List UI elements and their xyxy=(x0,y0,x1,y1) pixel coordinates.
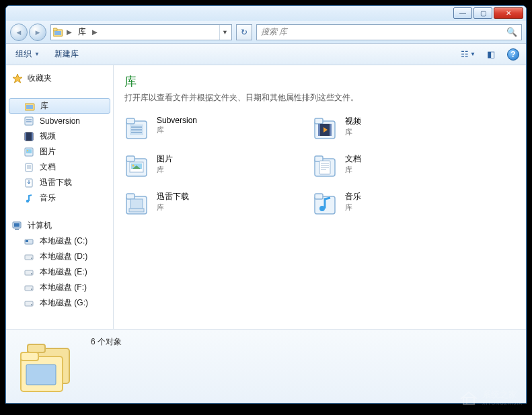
view-options-button[interactable]: ☷▼ xyxy=(461,48,475,61)
download-library-icon xyxy=(124,191,150,217)
svg-rect-48 xyxy=(126,194,135,199)
library-item-music[interactable]: 音乐库 xyxy=(313,191,488,217)
library-item-name: 图片 xyxy=(157,153,173,165)
new-library-button[interactable]: 新建库 xyxy=(52,47,81,61)
close-button[interactable]: ✕ xyxy=(494,7,523,19)
svg-rect-2 xyxy=(54,31,61,35)
back-button[interactable]: ◄ xyxy=(10,24,28,41)
sidebar-item-drive[interactable]: 本地磁盘 (E:) xyxy=(6,264,113,280)
svg-rect-39 xyxy=(126,156,135,161)
preview-pane-button[interactable]: ◧ xyxy=(484,48,498,61)
drive-icon xyxy=(24,298,36,309)
library-item-name: 文档 xyxy=(345,153,361,165)
library-item-name: 音乐 xyxy=(345,191,361,202)
sidebar-item-download[interactable]: 迅雷下载 xyxy=(6,175,113,190)
help-button[interactable]: ? xyxy=(507,48,519,61)
computer-header[interactable]: 计算机 xyxy=(6,218,113,233)
picture-icon xyxy=(24,147,36,157)
library-item-name: Subversion xyxy=(157,116,197,125)
svg-rect-50 xyxy=(129,209,144,212)
svg-rect-49 xyxy=(130,199,143,209)
sidebar-item-label: 库 xyxy=(40,100,48,112)
library-grid: Subversion库视频库图片库文档库迅雷下载库音乐库 xyxy=(124,116,488,217)
star-icon xyxy=(11,73,24,84)
sidebar-item-drive[interactable]: 本地磁盘 (G:) xyxy=(6,295,113,311)
navigation-pane: 收藏夹 库 Subversion视频图片文档迅雷下载音乐 计算机 xyxy=(6,65,114,329)
svg-rect-11 xyxy=(26,149,32,153)
drive-icon xyxy=(24,282,36,293)
svg-rect-5 xyxy=(26,105,33,109)
document-library-icon xyxy=(313,153,338,179)
address-dropdown-button[interactable]: ▼ xyxy=(219,25,230,40)
svg-point-22 xyxy=(31,258,32,259)
libraries-large-icon xyxy=(15,336,81,397)
sidebar-item-drive[interactable]: 本地磁盘 (F:) xyxy=(6,280,113,295)
address-bar[interactable]: ▶ 库 ▶ ▼ xyxy=(50,24,232,40)
chevron-down-icon: ▼ xyxy=(470,51,476,57)
sidebar-item-label: 图片 xyxy=(40,146,56,157)
view-icon: ☷ xyxy=(461,49,469,59)
refresh-button[interactable]: ↻ xyxy=(236,24,252,40)
favorites-group: 收藏夹 xyxy=(6,71,113,86)
svg-rect-17 xyxy=(14,223,20,227)
chevron-down-icon: ▼ xyxy=(34,51,40,57)
titlebar: — ▢ ✕ xyxy=(6,6,526,21)
library-item-subversion[interactable]: Subversion库 xyxy=(124,116,299,141)
maximize-button[interactable]: ▢ xyxy=(473,7,492,19)
sidebar-item-subversion[interactable]: Subversion xyxy=(6,114,113,128)
library-item-name: 迅雷下载 xyxy=(157,191,189,202)
search-input[interactable]: 搜索 库 🔍 xyxy=(256,24,522,40)
breadcrumb-root[interactable]: 库 xyxy=(74,26,90,38)
watermark: 系统之家 XITONGZHIJIA xyxy=(459,389,523,406)
sidebar-item-video[interactable]: 视频 xyxy=(6,128,113,144)
library-item-name: 视频 xyxy=(345,116,361,127)
video-icon xyxy=(24,131,36,142)
favorites-label: 收藏夹 xyxy=(28,73,52,84)
sidebar-item-document[interactable]: 文档 xyxy=(6,159,113,175)
sidebar-item-label: 文档 xyxy=(40,161,56,173)
subversion-library-icon xyxy=(124,116,150,141)
download-icon xyxy=(24,178,36,188)
sidebar-item-drive[interactable]: 本地磁盘 (C:) xyxy=(6,233,113,249)
library-item-picture[interactable]: 图片库 xyxy=(124,153,299,179)
library-item-video[interactable]: 视频库 xyxy=(313,116,488,141)
sidebar-item-drive[interactable]: 本地磁盘 (D:) xyxy=(6,249,113,264)
command-bar: 组织 ▼ 新建库 ☷▼ ◧ ? xyxy=(6,44,526,65)
sidebar-item-picture[interactable]: 图片 xyxy=(6,144,113,159)
watermark-brand: 系统之家 xyxy=(482,389,517,400)
computer-icon xyxy=(11,221,24,231)
music-library-icon xyxy=(313,191,338,217)
forward-button[interactable]: ► xyxy=(29,24,46,41)
drive-icon xyxy=(24,267,36,278)
svg-marker-3 xyxy=(13,74,22,83)
library-item-document[interactable]: 文档库 xyxy=(313,153,488,179)
sidebar-item-music[interactable]: 音乐 xyxy=(6,190,113,206)
libraries-group: 库 Subversion视频图片文档迅雷下载音乐 xyxy=(6,98,113,206)
library-item-type: 库 xyxy=(345,202,361,213)
sidebar-item-label: 音乐 xyxy=(40,192,56,204)
svg-rect-33 xyxy=(315,118,323,124)
organize-menu[interactable]: 组织 ▼ xyxy=(13,47,42,61)
navigation-bar: ◄ ► ▶ 库 ▶ ▼ ↻ 搜索 库 🔍 xyxy=(6,21,526,44)
organize-label: 组织 xyxy=(15,48,32,60)
libraries-icon xyxy=(52,27,65,38)
watermark-logo-icon xyxy=(459,389,478,406)
sidebar-item-libraries[interactable]: 库 xyxy=(9,98,110,114)
search-placeholder: 搜索 库 xyxy=(261,26,287,38)
music-icon xyxy=(24,193,36,204)
window-controls: — ▢ ✕ xyxy=(453,7,523,19)
content-pane: 库 打开库以查看文件并根据文件夹、日期和其他属性排列这些文件。 Subversi… xyxy=(114,65,526,329)
library-item-type: 库 xyxy=(157,125,197,135)
svg-point-28 xyxy=(31,304,32,305)
library-item-download[interactable]: 迅雷下载库 xyxy=(124,191,299,217)
favorites-header[interactable]: 收藏夹 xyxy=(6,71,113,86)
search-icon: 🔍 xyxy=(506,27,517,37)
libraries-icon xyxy=(24,101,36,112)
svg-rect-57 xyxy=(21,352,38,361)
body: 收藏夹 库 Subversion视频图片文档迅雷下载音乐 计算机 xyxy=(6,65,526,329)
svg-point-26 xyxy=(31,289,32,290)
sidebar-item-label: 迅雷下载 xyxy=(40,177,72,188)
picture-library-icon xyxy=(124,153,150,179)
page-description: 打开库以查看文件并根据文件夹、日期和其他属性排列这些文件。 xyxy=(124,92,515,104)
minimize-button[interactable]: — xyxy=(453,7,472,19)
